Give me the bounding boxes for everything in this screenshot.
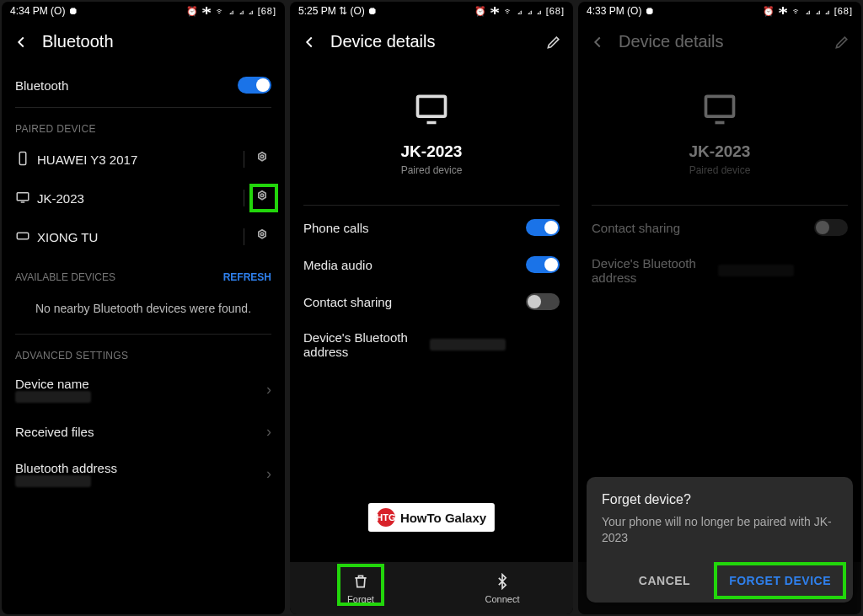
dialog-title: Forget device? [602, 492, 838, 507]
empty-state: No nearby Bluetooth devices were found. [2, 293, 285, 330]
page-title: Bluetooth [42, 32, 275, 51]
device-hero: JK-2023 Paired device [290, 67, 573, 201]
divider [592, 205, 848, 206]
page-title: Device details [330, 32, 533, 51]
svg-point-9 [260, 233, 263, 235]
contact-sharing-row: Contact sharing [578, 209, 861, 246]
chevron-right-icon: › [266, 465, 271, 483]
bluetooth-label: Bluetooth [15, 78, 238, 93]
screen-bluetooth: 4:34 PM (O) ⏺ ⏰ ✱ ᯤ ⊿ ⊿ ⊿ [68] Bluetooth… [2, 2, 285, 614]
redacted-value [430, 339, 506, 351]
setting-label: Received files [15, 425, 266, 439]
device-name: JK-2023 [689, 142, 751, 161]
gear-icon[interactable] [253, 150, 271, 169]
page-title: Device details [619, 32, 821, 51]
paired-device-row[interactable]: HUAWEI Y3 2017 [2, 140, 285, 179]
status-left-icons: (O) ⏺ [51, 5, 78, 17]
edit-button[interactable] [544, 33, 563, 51]
divider [15, 334, 271, 335]
option-label: Phone calls [303, 221, 526, 235]
setting-label: Device name [15, 377, 266, 391]
bt-address-row: Device's Bluetooth address [578, 246, 861, 295]
contact-sharing-toggle[interactable] [526, 293, 560, 310]
advanced-header: ADVANCED SETTINGS [2, 338, 285, 367]
app-bar: Device details [578, 20, 861, 67]
back-button[interactable] [300, 33, 319, 51]
clock: 4:34 PM [10, 5, 48, 17]
svg-rect-5 [17, 233, 29, 239]
app-bar: Device details [290, 20, 573, 67]
status-bar: 4:34 PM (O) ⏺ ⏰ ✱ ᯤ ⊿ ⊿ ⊿ [68] [2, 2, 285, 20]
phone-calls-row[interactable]: Phone calls [290, 209, 573, 246]
forget-button[interactable]: Forget [290, 562, 432, 614]
divider [244, 228, 244, 245]
option-label: Contact sharing [592, 221, 814, 235]
screen-forget-dialog: 4:33 PM (O) ⏺ ⏰ ✱ ᯤ ⊿ ⊿ ⊿ [68] Device de… [578, 2, 861, 614]
status-right-icons: ⏰ ✱ ᯤ ⊿ ⊿ ⊿ [68] [474, 6, 565, 17]
display-icon [699, 90, 741, 131]
bluetooth-toggle[interactable] [238, 77, 271, 94]
divider [244, 151, 244, 168]
gear-icon[interactable] [253, 228, 271, 246]
back-button[interactable] [12, 33, 30, 51]
bluetooth-address-setting[interactable]: Bluetooth address › [2, 451, 285, 497]
option-label: Device's Bluetooth address [303, 330, 430, 359]
contact-sharing-toggle [814, 219, 848, 236]
tutorial-highlight [714, 562, 846, 599]
display-icon [410, 90, 453, 131]
connect-label: Connect [485, 594, 520, 604]
bluetooth-master-toggle-row[interactable]: Bluetooth [2, 67, 285, 104]
svg-rect-0 [19, 152, 26, 164]
connect-button[interactable]: Connect [432, 562, 573, 614]
app-bar: Bluetooth [2, 20, 285, 67]
refresh-button[interactable]: REFRESH [223, 271, 271, 283]
svg-rect-10 [418, 96, 446, 116]
svg-rect-12 [706, 96, 734, 116]
paired-device-row[interactable]: JK-2023 [2, 179, 285, 217]
phone-calls-toggle[interactable] [526, 219, 560, 236]
redacted-value [15, 475, 91, 487]
option-label: Device's Bluetooth address [592, 256, 718, 285]
divider [15, 107, 271, 108]
device-name: XIONG TU [37, 230, 244, 244]
edit-button [833, 33, 851, 51]
contact-sharing-row[interactable]: Contact sharing [290, 283, 573, 320]
device-name: JK-2023 [401, 142, 463, 161]
bt-address-row: Device's Bluetooth address [290, 320, 573, 369]
bottom-bar: Forget Connect [290, 562, 573, 614]
device-name-setting[interactable]: Device name › [2, 367, 285, 413]
keyboard-icon [15, 228, 37, 246]
chevron-right-icon: › [266, 381, 271, 399]
received-files-setting[interactable]: Received files › [2, 413, 285, 451]
paired-device-row[interactable]: XIONG TU [2, 217, 285, 256]
watermark-text: HowTo Galaxy [400, 511, 486, 525]
option-label: Media audio [303, 258, 526, 272]
svg-rect-2 [17, 192, 29, 200]
forget-dialog: Forget device? Your phone will no longer… [587, 477, 853, 603]
cancel-button[interactable]: CANCEL [632, 569, 697, 592]
media-audio-row[interactable]: Media audio [290, 246, 573, 283]
setting-label: Bluetooth address [15, 461, 266, 475]
svg-point-1 [260, 155, 263, 158]
media-audio-toggle[interactable] [526, 256, 560, 273]
redacted-value [718, 265, 794, 276]
paired-header: PAIRED DEVICE [2, 111, 285, 140]
device-hero: JK-2023 Paired device [578, 67, 861, 201]
status-bar: 4:33 PM (O) ⏺ ⏰ ✱ ᯤ ⊿ ⊿ ⊿ [68] [578, 2, 861, 20]
option-label: Contact sharing [303, 295, 526, 309]
svg-point-4 [260, 194, 263, 196]
back-button [588, 33, 607, 51]
display-icon [15, 190, 37, 207]
device-kind: Paired device [689, 164, 751, 176]
phone-icon [15, 151, 37, 169]
status-right-icons: ⏰ ✱ ᯤ ⊿ ⊿ ⊿ [68] [186, 6, 276, 17]
device-name: HUAWEI Y3 2017 [37, 153, 244, 167]
screen-device-details: 5:25 PM ⇅ (O) ⏺ ⏰ ✱ ᯤ ⊿ ⊿ ⊿ [68] Device … [290, 2, 573, 614]
forget-device-button[interactable]: FORGET DEVICE [722, 569, 838, 592]
bluetooth-icon [494, 573, 511, 592]
trash-icon [352, 573, 369, 592]
gear-icon[interactable] [253, 189, 271, 207]
status-left-icons: ⇅ (O) ⏺ [339, 5, 378, 17]
forget-label: Forget [347, 594, 374, 604]
chevron-right-icon: › [266, 423, 271, 441]
